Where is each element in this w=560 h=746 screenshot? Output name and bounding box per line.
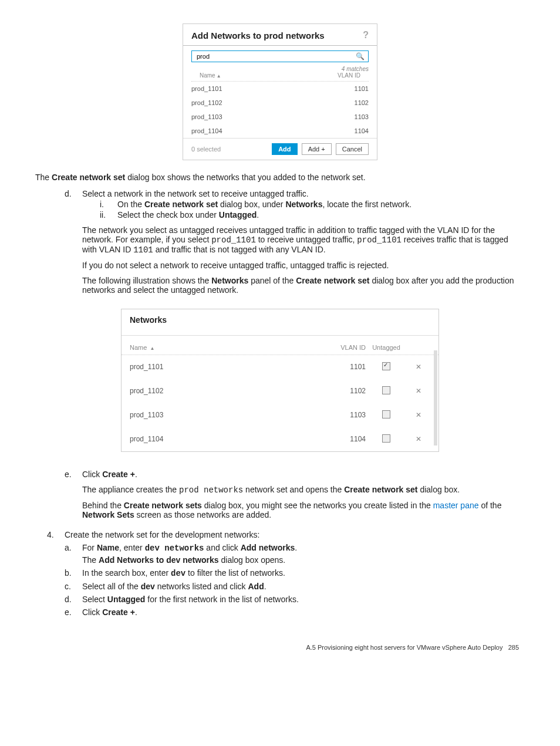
panel-row-name: prod_1103 xyxy=(130,411,325,419)
pcol-name[interactable]: Name ▲ xyxy=(130,344,325,351)
step-d: d. Select a network in the network set t… xyxy=(65,189,525,301)
untagged-checkbox[interactable] xyxy=(382,362,390,370)
network-name: prod_1104 xyxy=(191,127,222,134)
panel-row-vlan: 1102 xyxy=(325,387,366,395)
scrollbar[interactable] xyxy=(434,350,437,445)
remove-icon[interactable]: ✕ xyxy=(416,387,421,395)
panel-row-name: prod_1101 xyxy=(130,363,325,371)
pcol-remove xyxy=(407,344,430,351)
untagged-checkbox[interactable] xyxy=(382,434,390,443)
network-vlan: 1102 xyxy=(355,99,369,106)
intro-paragraph: The Create network set dialog box shows … xyxy=(35,172,525,183)
network-vlan: 1104 xyxy=(355,127,369,134)
network-row[interactable]: prod_1104 1104 xyxy=(183,124,377,138)
step-e: e. Click Create +. The appliance creates… xyxy=(65,470,525,525)
step-d-ii: ii. Select the check box under Untagged. xyxy=(100,210,525,220)
untagged-explanation: The network you select as untagged recei… xyxy=(82,225,525,255)
step-4c: c. Select all of the dev networks listed… xyxy=(65,582,525,591)
step4-intro: Create the network set for the developme… xyxy=(65,530,525,539)
step-e-p1: The appliance creates the prod networks … xyxy=(82,485,525,495)
step-d-i: i. On the Create network set dialog box,… xyxy=(100,200,525,209)
network-row[interactable]: prod_1103 1103 xyxy=(183,110,377,124)
panel-row: prod_1102 1102 ✕ xyxy=(122,379,438,403)
network-vlan: 1101 xyxy=(355,85,369,92)
pcol-untag[interactable]: Untagged xyxy=(366,344,407,351)
col-vlan[interactable]: VLAN ID xyxy=(338,72,360,79)
add-plus-button[interactable]: Add + xyxy=(302,143,332,155)
footer-section: A.5 Provisioning eight host servers for … xyxy=(306,644,502,651)
panel-row-vlan: 1104 xyxy=(325,435,366,443)
master-pane-link[interactable]: master pane xyxy=(433,501,479,510)
step-4d: d. Select Untagged for the first network… xyxy=(65,595,525,604)
search-input-container[interactable]: 🔍 xyxy=(191,50,369,62)
sort-asc-icon: ▲ xyxy=(217,73,221,79)
sort-asc-icon: ▲ xyxy=(150,346,154,351)
add-button[interactable]: Add xyxy=(272,143,297,155)
cancel-button[interactable]: Cancel xyxy=(336,143,369,155)
panel-row: prod_1101 1101 ✕ xyxy=(122,355,438,379)
network-row[interactable]: prod_1101 1101 xyxy=(183,82,377,96)
network-vlan: 1103 xyxy=(355,113,369,120)
panel-row-vlan: 1103 xyxy=(325,411,366,419)
step-4: 4. Create the network set for the develo… xyxy=(47,530,525,620)
panel-row-vlan: 1101 xyxy=(325,363,366,371)
step-4e: e. Click Create +. xyxy=(65,607,525,617)
dialog-columns: Name▲ VLAN ID xyxy=(191,72,369,82)
panel-row: prod_1103 1103 ✕ xyxy=(122,403,438,427)
network-name: prod_1103 xyxy=(191,113,222,120)
remove-icon[interactable]: ✕ xyxy=(416,411,421,419)
reject-note: If you do not select a network to receiv… xyxy=(82,261,525,270)
pcol-vlan[interactable]: VLAN ID xyxy=(325,344,366,351)
add-networks-dialog: Add Networks to prod networks ? 🔍 4 matc… xyxy=(183,23,377,160)
panel-title: Networks xyxy=(122,309,438,336)
panel-row-name: prod_1102 xyxy=(130,387,325,395)
network-name: prod_1102 xyxy=(191,99,222,106)
untagged-checkbox[interactable] xyxy=(382,386,390,394)
col-name[interactable]: Name▲ xyxy=(200,72,221,79)
divider xyxy=(183,45,377,46)
dialog-header: Add Networks to prod networks ? xyxy=(183,30,377,45)
footer-page: 285 xyxy=(508,644,519,651)
dialog-footer: 0 selected Add Add + Cancel xyxy=(183,138,377,160)
remove-icon[interactable]: ✕ xyxy=(416,363,421,371)
page-footer: A.5 Provisioning eight host servers for … xyxy=(35,644,525,651)
search-input[interactable] xyxy=(195,52,356,60)
panel-columns: Name ▲ VLAN ID Untagged xyxy=(122,336,438,355)
untagged-checkbox[interactable] xyxy=(382,410,390,418)
panel-row: prod_1104 1104 ✕ xyxy=(122,427,438,451)
selected-count: 0 selected xyxy=(191,146,221,153)
step-d-text: Select a network in the network set to r… xyxy=(82,189,525,198)
panel-row-name: prod_1104 xyxy=(130,435,325,443)
step-e-p2: Behind the Create network sets dialog bo… xyxy=(82,501,525,519)
networks-panel: Networks Name ▲ VLAN ID Untagged prod_11… xyxy=(121,309,439,452)
step-4b: b. In the search box, enter dev to filte… xyxy=(65,568,525,578)
search-icon[interactable]: 🔍 xyxy=(356,52,365,60)
step-4a: a. For Name, enter dev networks and clic… xyxy=(65,543,525,565)
help-icon[interactable]: ? xyxy=(363,30,369,40)
network-row[interactable]: prod_1102 1102 xyxy=(183,96,377,110)
network-name: prod_1101 xyxy=(191,85,222,92)
illustration-intro: The following illustration shows the Net… xyxy=(82,276,525,295)
dialog-title: Add Networks to prod networks xyxy=(191,31,325,40)
remove-icon[interactable]: ✕ xyxy=(416,435,421,443)
match-count: 4 matches xyxy=(183,66,377,72)
